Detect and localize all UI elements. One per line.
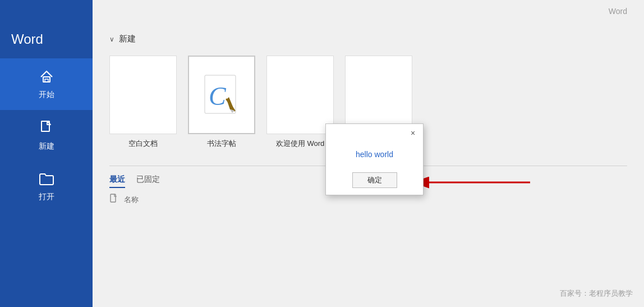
dialog-box: × hello world 确定: [325, 123, 424, 195]
template-welcome-thumb: [266, 56, 334, 134]
tab-recent[interactable]: 最近: [109, 175, 125, 188]
topbar: Word: [93, 0, 644, 22]
dialog-message: hello world: [356, 150, 393, 159]
dialog-close-button[interactable]: ×: [407, 127, 418, 139]
new-doc-icon: [39, 120, 54, 138]
svg-rect-11: [111, 194, 116, 202]
folder-icon: [38, 172, 55, 189]
sidebar-item-new-label: 新建: [39, 141, 54, 152]
sidebar-item-open-label: 打开: [39, 192, 54, 202]
file-icon: [109, 194, 118, 206]
template-welcome[interactable]: 欢迎使用 Word: [266, 56, 334, 149]
template-blank-thumb: [109, 56, 177, 134]
sidebar-item-home-label: 开始: [39, 90, 54, 100]
main-content: Word ∨ 新建 空白文档 C: [93, 0, 644, 307]
dialog-ok-button[interactable]: 确定: [352, 172, 397, 188]
template-single-space-thumb: [345, 56, 412, 134]
svg-rect-1: [45, 79, 48, 82]
app-title: Word: [0, 0, 93, 58]
new-section-header: ∨ 新建: [109, 34, 627, 44]
sidebar-item-home[interactable]: 开始: [0, 58, 93, 110]
tab-pinned[interactable]: 已固定: [136, 175, 160, 188]
sidebar-item-new[interactable]: 新建: [0, 110, 93, 162]
template-welcome-label: 欢迎使用 Word: [276, 139, 324, 149]
template-calligraphy-label: 书法字帖: [207, 139, 236, 149]
section-toggle[interactable]: ∨: [109, 35, 114, 43]
topbar-title: Word: [609, 7, 627, 16]
dialog-footer: 确定: [326, 172, 423, 195]
template-calligraphy-thumb: C: [188, 56, 255, 134]
dialog-body: hello world: [326, 139, 423, 172]
file-list-name-header: 名称: [124, 195, 139, 205]
template-blank[interactable]: 空白文档: [109, 56, 177, 149]
file-list-header: 名称: [109, 194, 627, 206]
home-icon: [39, 68, 54, 86]
section-title: 新建: [119, 34, 136, 44]
dialog-header: ×: [326, 124, 423, 139]
sidebar-nav: 开始 新建 打开: [0, 58, 93, 307]
template-calligraphy[interactable]: C 书法字帖: [188, 56, 255, 149]
sidebar: Word 开始: [0, 0, 93, 307]
sidebar-item-open[interactable]: 打开: [0, 162, 93, 212]
template-blank-label: 空白文档: [128, 139, 158, 149]
svg-text:C: C: [209, 82, 227, 111]
